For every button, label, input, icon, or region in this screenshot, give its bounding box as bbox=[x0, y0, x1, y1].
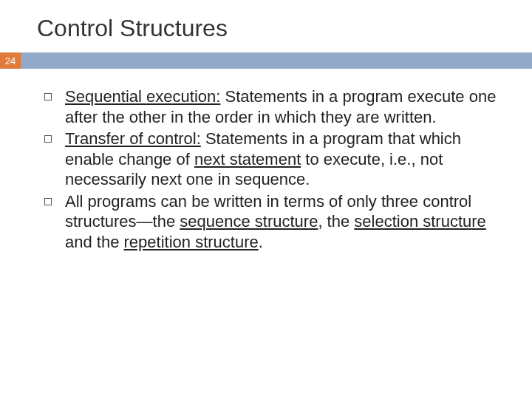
term-underline: Sequential execution: bbox=[65, 87, 220, 106]
term-underline: Transfer of control: bbox=[65, 129, 201, 148]
content-area: Sequential execution: Statements in a pr… bbox=[0, 69, 532, 252]
bullet-marker-icon bbox=[44, 135, 52, 143]
bullet-text: Transfer of control: Statements in a pro… bbox=[65, 129, 502, 190]
bullet-rest: . bbox=[259, 233, 263, 251]
inline-underline: repetition structure bbox=[124, 233, 259, 251]
bullet-item: Sequential execution: Statements in a pr… bbox=[44, 86, 502, 127]
bullet-text: Sequential execution: Statements in a pr… bbox=[65, 86, 502, 127]
inline-underline: sequence structure bbox=[180, 212, 318, 231]
bullet-text: All programs can be written in terms of … bbox=[65, 191, 502, 253]
slide-title: Control Structures bbox=[0, 0, 532, 52]
bullet-item: Transfer of control: Statements in a pro… bbox=[44, 129, 502, 190]
bullet-rest: and the bbox=[65, 233, 124, 251]
slide: Control Structures 24 Sequential executi… bbox=[0, 0, 532, 399]
bullet-marker-icon bbox=[44, 198, 52, 205]
bullet-rest: , the bbox=[318, 212, 354, 231]
header-bar: 24 bbox=[0, 52, 532, 69]
inline-underline: next statement bbox=[194, 150, 301, 168]
bullet-marker-icon bbox=[44, 93, 52, 100]
bullet-item: All programs can be written in terms of … bbox=[44, 191, 502, 253]
inline-underline: selection structure bbox=[354, 212, 486, 231]
page-number: 24 bbox=[0, 52, 21, 69]
header-bar-fill bbox=[21, 52, 532, 69]
